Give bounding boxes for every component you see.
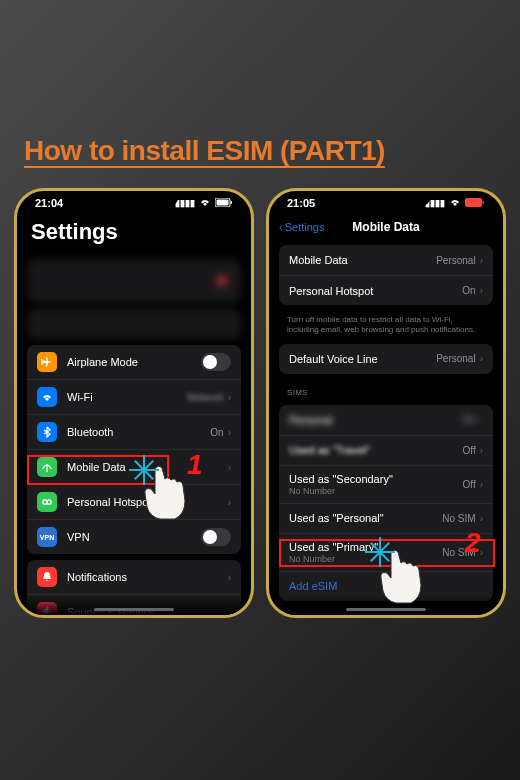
tap-burst-icon: [129, 455, 159, 485]
wifi-row[interactable]: Wi-Fi Network ›: [27, 379, 241, 414]
tap-burst-icon: [365, 537, 395, 567]
battery-icon: [465, 198, 485, 209]
chevron-icon: ›: [480, 285, 483, 296]
notifications-row[interactable]: Notifications ›: [27, 560, 241, 594]
notifications-label: Notifications: [67, 571, 228, 583]
battery-icon: [215, 198, 233, 209]
chevron-icon: ›: [480, 255, 483, 266]
sim4-label: Used as "Personal": [289, 512, 442, 524]
status-time: 21:05: [287, 197, 315, 209]
default-voice-row[interactable]: Default Voice Line Personal ›: [279, 344, 493, 374]
nav-header: ‹ Settings Mobile Data: [269, 217, 503, 239]
chevron-icon: ›: [480, 445, 483, 456]
phone-right: 21:05 ▮▮▮▮ ‹ Settings Mobile Data: [266, 188, 506, 618]
svg-rect-5: [465, 198, 482, 207]
mobile-data-value: Personal: [436, 255, 475, 266]
wifi-value: Network: [187, 392, 224, 403]
notifications-group: Notifications › Sounds & Haptics › Focus…: [27, 560, 241, 615]
wifi-icon: [199, 198, 211, 209]
bluetooth-icon: [37, 422, 57, 442]
suggestions-group[interactable]: [27, 309, 241, 339]
svg-rect-6: [483, 201, 485, 204]
sim2-value: Off: [463, 445, 476, 456]
screen-left: Settings Airplane Mode: [17, 217, 251, 615]
screen-title: Mobile Data: [352, 220, 419, 234]
sim1-label: Personal: [289, 414, 462, 426]
home-indicator[interactable]: [94, 608, 174, 611]
svg-rect-2: [231, 201, 233, 204]
chevron-icon: ›: [480, 353, 483, 364]
voice-group: Default Voice Line Personal ›: [279, 344, 493, 374]
chevron-icon: ›: [228, 462, 231, 473]
sim2-row[interactable]: Used as "Travel" Off ›: [279, 435, 493, 465]
back-label: Settings: [285, 221, 325, 233]
vpn-toggle[interactable]: [201, 528, 231, 546]
status-icons: ▮▮▮▮: [425, 198, 485, 209]
phones-container: 21:04 ▮▮▮▮ Settings: [10, 188, 510, 618]
svg-rect-1: [217, 199, 229, 205]
airplane-icon: [37, 352, 57, 372]
connectivity-group: Airplane Mode Wi-Fi Network › Bluetooth: [27, 345, 241, 554]
vpn-icon: VPN: [37, 527, 57, 547]
chevron-icon: ›: [480, 479, 483, 490]
default-voice-label: Default Voice Line: [289, 353, 436, 365]
hotspot-row[interactable]: Personal Hotspot On ›: [279, 275, 493, 305]
hotspot-icon: [37, 492, 57, 512]
chevron-left-icon: ‹: [279, 221, 283, 233]
sim2-label: Used as "Travel": [289, 444, 463, 456]
status-icons: ▮▮▮▮: [175, 198, 233, 209]
back-button[interactable]: ‹ Settings: [279, 221, 324, 233]
notch: [341, 191, 431, 207]
hotspot-value: On: [462, 285, 475, 296]
airplane-mode-row[interactable]: Airplane Mode: [27, 345, 241, 379]
sounds-icon: [37, 602, 57, 615]
settings-title: Settings: [17, 217, 251, 253]
hotspot-label: Personal Hotspot: [289, 285, 462, 297]
airplane-toggle[interactable]: [201, 353, 231, 371]
bluetooth-label: Bluetooth: [67, 426, 210, 438]
chevron-icon: ›: [228, 607, 231, 616]
airplane-label: Airplane Mode: [67, 356, 201, 368]
sounds-row[interactable]: Sounds & Haptics ›: [27, 594, 241, 615]
sim3-value: Off: [463, 479, 476, 490]
chevron-icon: ›: [480, 414, 483, 425]
notification-dot-icon: [217, 276, 227, 286]
bluetooth-row[interactable]: Bluetooth On ›: [27, 414, 241, 449]
sim3-row[interactable]: Used as "Secondary" No Number Off ›: [279, 465, 493, 503]
profile-group[interactable]: [27, 259, 241, 303]
chevron-icon: ›: [228, 392, 231, 403]
bluetooth-value: On: [210, 427, 223, 438]
wifi-icon: [449, 198, 461, 209]
vpn-row[interactable]: VPN VPN: [27, 519, 241, 554]
notifications-icon: [37, 567, 57, 587]
wifi-label: Wi-Fi: [67, 391, 187, 403]
vpn-label: VPN: [67, 531, 201, 543]
sim1-value: On: [462, 414, 475, 425]
step2-number: 2: [465, 527, 481, 559]
sims-label: SIMs: [269, 380, 503, 399]
sim3-label: Used as "Secondary": [289, 473, 463, 485]
step1-number: 1: [187, 449, 203, 481]
chevron-icon: ›: [228, 427, 231, 438]
default-voice-value: Personal: [436, 353, 475, 364]
hotspot-row[interactable]: Personal Hotspot ›: [27, 484, 241, 519]
page-title: How to install ESIM (PART1): [24, 135, 496, 167]
chevron-icon: ›: [228, 497, 231, 508]
chevron-icon: ›: [228, 572, 231, 583]
status-time: 21:04: [35, 197, 63, 209]
data-caption: Turn off mobile data to restrict all dat…: [269, 311, 503, 338]
wifi-icon: [37, 387, 57, 407]
antenna-icon: [37, 457, 57, 477]
mobile-data-label: Mobile Data: [289, 254, 436, 266]
chevron-icon: ›: [480, 513, 483, 524]
mobile-data-row[interactable]: Mobile Data Personal ›: [279, 245, 493, 275]
mobile-data-group: Mobile Data Personal › Personal Hotspot …: [279, 245, 493, 305]
sim4-value: No SIM: [442, 513, 475, 524]
sim3-sub: No Number: [289, 486, 463, 496]
phone-left: 21:04 ▮▮▮▮ Settings: [14, 188, 254, 618]
sim1-row[interactable]: Personal On ›: [279, 405, 493, 435]
notch: [89, 191, 179, 207]
sim4-row[interactable]: Used as "Personal" No SIM ›: [279, 503, 493, 533]
